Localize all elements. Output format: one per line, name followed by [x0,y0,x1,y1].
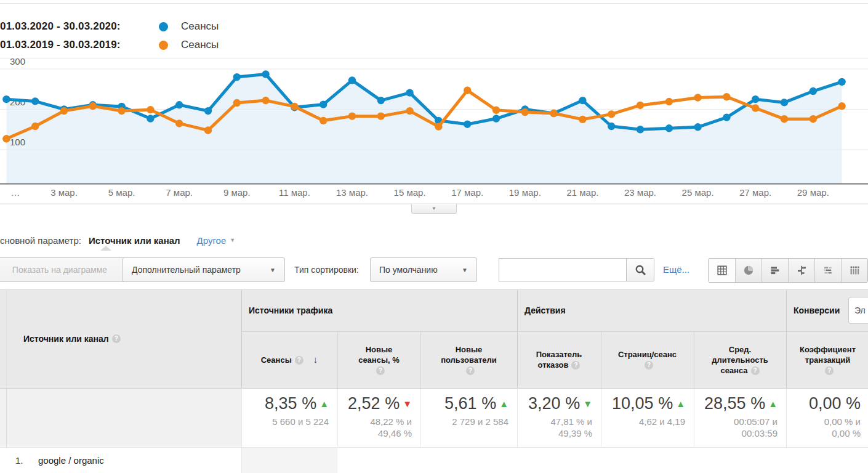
chart-point[interactable] [89,102,97,110]
chart-point[interactable] [118,107,125,115]
chart-point[interactable] [435,123,442,130]
column-header-line: ? [822,365,834,376]
chart-point[interactable] [838,78,845,86]
row-dimension-value[interactable]: google / organic [38,455,104,466]
column-header-6[interactable]: Сред.длительностьсеанса? [694,331,786,388]
chart-point[interactable] [781,115,788,123]
chart-point[interactable] [319,100,327,108]
pivot-view-button[interactable] [841,259,867,282]
chart-point[interactable] [147,115,154,122]
chart-point[interactable] [147,106,154,113]
chart-point[interactable] [377,97,385,104]
chart-point[interactable] [608,110,615,118]
dimension-column-header[interactable]: Источник или канал? [0,289,241,388]
chart-point[interactable] [262,97,269,104]
chart-point[interactable] [291,103,298,110]
chart-point[interactable] [810,115,817,123]
chart-point[interactable] [694,94,701,101]
performance-view-icon [770,265,781,276]
chart-point[interactable] [31,97,39,105]
chart-point[interactable] [838,102,845,110]
table-view-button[interactable] [709,259,735,282]
chart-point[interactable] [550,110,557,117]
chart-point[interactable] [579,97,586,104]
more-link[interactable]: Ещё... [663,257,689,282]
column-header-3[interactable]: Новыепользователи? [420,331,517,388]
chart-point[interactable] [665,98,673,105]
chart-point[interactable] [752,104,759,111]
column-header-4[interactable]: Показательотказов? [517,331,601,388]
chart-point[interactable] [348,76,356,84]
x-axis-tick-label: 27 мар. [739,187,771,198]
primary-dimension-selected[interactable]: Источник или канал [89,235,180,246]
help-icon[interactable]: ? [376,366,385,375]
conversions-type-dropdown[interactable]: Эл [848,297,868,324]
sessions-comparison-chart[interactable]: 100200300…3 мар.5 мар.7 мар.9 мар.11 мар… [0,0,868,212]
table-search-input[interactable] [499,258,627,281]
chart-point[interactable] [233,99,241,107]
chart-point[interactable] [464,121,471,128]
chart-point[interactable] [406,89,413,96]
chart-point[interactable] [521,108,529,116]
help-icon[interactable]: ? [571,361,580,370]
percentage-view-button[interactable] [735,259,762,282]
x-axis-tick-label: 15 мар. [394,187,426,198]
chart-point[interactable] [348,112,356,119]
chart-point[interactable] [204,107,212,115]
column-header-text: Сеансы [261,355,292,365]
help-icon[interactable]: ? [112,334,121,343]
chart-point[interactable] [377,112,385,119]
help-icon[interactable]: ? [825,366,834,375]
column-header-5[interactable]: Страниц/сеанс? [601,331,694,388]
column-header-7[interactable]: Коэффициенттранзакций? [786,331,868,388]
chart-point[interactable] [262,70,269,78]
sort-descending-icon[interactable]: ↓ [313,354,318,365]
chart-point[interactable] [781,99,788,106]
secondary-dimension-dropdown[interactable]: Дополнительный параметр ▼ [123,257,285,282]
chart-point[interactable] [2,135,10,142]
x-axis-tick-label: 7 мар. [166,187,193,198]
chart-point[interactable] [752,95,759,103]
table-row[interactable]: 1.google / organic [0,447,868,473]
chart-point[interactable] [608,123,615,130]
chart-point[interactable] [233,73,241,81]
column-header-text: длительность [712,355,768,365]
comparison-view-button[interactable] [788,259,814,282]
chart-point[interactable] [406,107,413,115]
sort-type-dropdown[interactable]: По умолчанию ▼ [370,257,477,282]
chart-point[interactable] [319,117,327,124]
chart-point[interactable] [492,107,500,114]
search-button[interactable] [626,258,654,281]
help-icon[interactable]: ? [295,356,303,365]
column-header-text: сеансы, % [358,355,400,365]
chart-point[interactable] [492,115,500,122]
chart-point[interactable] [60,107,68,115]
column-header-1[interactable]: Сеансы?↓ [241,331,337,388]
term-cloud-view-icon [822,265,834,276]
chart-point[interactable] [637,126,644,133]
chart-point[interactable] [2,95,10,103]
chart-point[interactable] [694,123,701,131]
column-header-2[interactable]: Новыесеансы, %? [337,331,420,388]
chart-point[interactable] [31,123,39,130]
chart-point[interactable] [175,119,183,127]
help-icon[interactable]: ? [751,366,760,375]
chart-point[interactable] [579,116,586,123]
chart-point[interactable] [464,87,471,94]
term-cloud-view-button[interactable] [814,259,841,282]
performance-view-button[interactable] [762,259,788,282]
column-header-line: ? [641,360,653,370]
chart-collapse-button[interactable]: ▼ [411,204,457,214]
chart-point[interactable] [175,101,183,108]
chart-point[interactable] [665,124,673,132]
chart-point[interactable] [204,126,212,134]
primary-dimension-row: сновной параметр: Источник или канал Дру… [0,233,235,247]
chart-point[interactable] [723,93,730,100]
chart-point[interactable] [723,113,730,121]
chart-point[interactable] [637,102,644,109]
help-icon[interactable]: ? [466,366,475,375]
help-icon[interactable]: ? [645,361,653,370]
x-axis-tick-label: 19 мар. [509,187,541,198]
chart-point[interactable] [810,87,817,95]
other-dimension-link[interactable]: Другое [197,235,227,246]
